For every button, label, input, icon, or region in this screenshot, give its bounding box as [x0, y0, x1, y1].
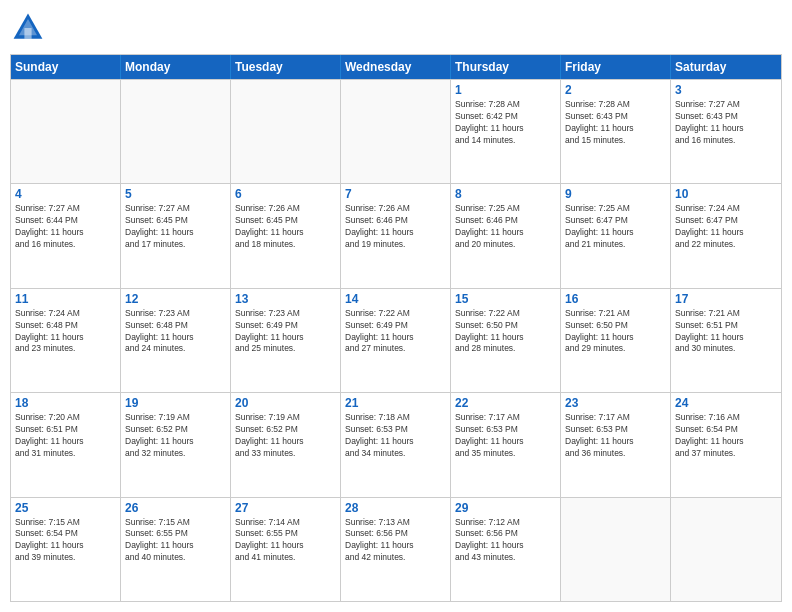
day-number: 2 — [565, 83, 666, 97]
day-info: Sunrise: 7:19 AM Sunset: 6:52 PM Dayligh… — [235, 412, 336, 460]
calendar-cell: 1Sunrise: 7:28 AM Sunset: 6:42 PM Daylig… — [451, 80, 561, 183]
calendar-cell: 29Sunrise: 7:12 AM Sunset: 6:56 PM Dayli… — [451, 498, 561, 601]
day-info: Sunrise: 7:26 AM Sunset: 6:46 PM Dayligh… — [345, 203, 446, 251]
day-number: 18 — [15, 396, 116, 410]
calendar-cell: 10Sunrise: 7:24 AM Sunset: 6:47 PM Dayli… — [671, 184, 781, 287]
day-of-week-header: Wednesday — [341, 55, 451, 79]
calendar-cell: 14Sunrise: 7:22 AM Sunset: 6:49 PM Dayli… — [341, 289, 451, 392]
day-number: 29 — [455, 501, 556, 515]
calendar-week-row: 4Sunrise: 7:27 AM Sunset: 6:44 PM Daylig… — [11, 183, 781, 287]
svg-rect-2 — [24, 28, 31, 39]
day-info: Sunrise: 7:13 AM Sunset: 6:56 PM Dayligh… — [345, 517, 446, 565]
calendar-cell: 8Sunrise: 7:25 AM Sunset: 6:46 PM Daylig… — [451, 184, 561, 287]
calendar-cell: 11Sunrise: 7:24 AM Sunset: 6:48 PM Dayli… — [11, 289, 121, 392]
day-number: 4 — [15, 187, 116, 201]
day-number: 28 — [345, 501, 446, 515]
calendar-cell: 5Sunrise: 7:27 AM Sunset: 6:45 PM Daylig… — [121, 184, 231, 287]
day-of-week-header: Thursday — [451, 55, 561, 79]
day-number: 1 — [455, 83, 556, 97]
calendar-cell: 26Sunrise: 7:15 AM Sunset: 6:55 PM Dayli… — [121, 498, 231, 601]
day-info: Sunrise: 7:21 AM Sunset: 6:51 PM Dayligh… — [675, 308, 777, 356]
day-number: 21 — [345, 396, 446, 410]
day-info: Sunrise: 7:20 AM Sunset: 6:51 PM Dayligh… — [15, 412, 116, 460]
day-info: Sunrise: 7:17 AM Sunset: 6:53 PM Dayligh… — [455, 412, 556, 460]
day-info: Sunrise: 7:25 AM Sunset: 6:47 PM Dayligh… — [565, 203, 666, 251]
day-info: Sunrise: 7:21 AM Sunset: 6:50 PM Dayligh… — [565, 308, 666, 356]
day-info: Sunrise: 7:15 AM Sunset: 6:54 PM Dayligh… — [15, 517, 116, 565]
day-number: 20 — [235, 396, 336, 410]
day-number: 12 — [125, 292, 226, 306]
day-info: Sunrise: 7:27 AM Sunset: 6:44 PM Dayligh… — [15, 203, 116, 251]
calendar-cell — [11, 80, 121, 183]
day-info: Sunrise: 7:16 AM Sunset: 6:54 PM Dayligh… — [675, 412, 777, 460]
day-number: 5 — [125, 187, 226, 201]
day-of-week-header: Saturday — [671, 55, 781, 79]
logo-icon — [10, 10, 46, 46]
calendar-week-row: 1Sunrise: 7:28 AM Sunset: 6:42 PM Daylig… — [11, 79, 781, 183]
calendar-cell: 16Sunrise: 7:21 AM Sunset: 6:50 PM Dayli… — [561, 289, 671, 392]
calendar-week-row: 25Sunrise: 7:15 AM Sunset: 6:54 PM Dayli… — [11, 497, 781, 601]
day-number: 27 — [235, 501, 336, 515]
day-number: 9 — [565, 187, 666, 201]
calendar-cell — [671, 498, 781, 601]
calendar-cell: 12Sunrise: 7:23 AM Sunset: 6:48 PM Dayli… — [121, 289, 231, 392]
calendar-cell: 25Sunrise: 7:15 AM Sunset: 6:54 PM Dayli… — [11, 498, 121, 601]
day-info: Sunrise: 7:15 AM Sunset: 6:55 PM Dayligh… — [125, 517, 226, 565]
day-number: 14 — [345, 292, 446, 306]
day-info: Sunrise: 7:28 AM Sunset: 6:42 PM Dayligh… — [455, 99, 556, 147]
calendar-cell: 3Sunrise: 7:27 AM Sunset: 6:43 PM Daylig… — [671, 80, 781, 183]
calendar-cell — [341, 80, 451, 183]
calendar-header: SundayMondayTuesdayWednesdayThursdayFrid… — [11, 55, 781, 79]
day-number: 17 — [675, 292, 777, 306]
page: SundayMondayTuesdayWednesdayThursdayFrid… — [0, 0, 792, 612]
day-number: 7 — [345, 187, 446, 201]
calendar-cell: 13Sunrise: 7:23 AM Sunset: 6:49 PM Dayli… — [231, 289, 341, 392]
calendar-cell: 6Sunrise: 7:26 AM Sunset: 6:45 PM Daylig… — [231, 184, 341, 287]
calendar-week-row: 11Sunrise: 7:24 AM Sunset: 6:48 PM Dayli… — [11, 288, 781, 392]
day-number: 11 — [15, 292, 116, 306]
day-info: Sunrise: 7:27 AM Sunset: 6:43 PM Dayligh… — [675, 99, 777, 147]
day-number: 13 — [235, 292, 336, 306]
day-info: Sunrise: 7:25 AM Sunset: 6:46 PM Dayligh… — [455, 203, 556, 251]
calendar-body: 1Sunrise: 7:28 AM Sunset: 6:42 PM Daylig… — [11, 79, 781, 601]
day-of-week-header: Tuesday — [231, 55, 341, 79]
day-number: 19 — [125, 396, 226, 410]
day-number: 10 — [675, 187, 777, 201]
calendar-cell: 20Sunrise: 7:19 AM Sunset: 6:52 PM Dayli… — [231, 393, 341, 496]
day-info: Sunrise: 7:24 AM Sunset: 6:47 PM Dayligh… — [675, 203, 777, 251]
day-of-week-header: Friday — [561, 55, 671, 79]
day-number: 26 — [125, 501, 226, 515]
logo — [10, 10, 52, 46]
calendar-week-row: 18Sunrise: 7:20 AM Sunset: 6:51 PM Dayli… — [11, 392, 781, 496]
day-info: Sunrise: 7:28 AM Sunset: 6:43 PM Dayligh… — [565, 99, 666, 147]
day-number: 15 — [455, 292, 556, 306]
day-info: Sunrise: 7:17 AM Sunset: 6:53 PM Dayligh… — [565, 412, 666, 460]
day-number: 3 — [675, 83, 777, 97]
calendar-cell: 9Sunrise: 7:25 AM Sunset: 6:47 PM Daylig… — [561, 184, 671, 287]
calendar-cell: 21Sunrise: 7:18 AM Sunset: 6:53 PM Dayli… — [341, 393, 451, 496]
day-info: Sunrise: 7:19 AM Sunset: 6:52 PM Dayligh… — [125, 412, 226, 460]
day-number: 25 — [15, 501, 116, 515]
calendar-cell: 23Sunrise: 7:17 AM Sunset: 6:53 PM Dayli… — [561, 393, 671, 496]
day-number: 24 — [675, 396, 777, 410]
day-info: Sunrise: 7:23 AM Sunset: 6:49 PM Dayligh… — [235, 308, 336, 356]
day-number: 22 — [455, 396, 556, 410]
day-number: 6 — [235, 187, 336, 201]
day-info: Sunrise: 7:22 AM Sunset: 6:50 PM Dayligh… — [455, 308, 556, 356]
calendar-cell: 22Sunrise: 7:17 AM Sunset: 6:53 PM Dayli… — [451, 393, 561, 496]
day-info: Sunrise: 7:23 AM Sunset: 6:48 PM Dayligh… — [125, 308, 226, 356]
calendar-cell: 19Sunrise: 7:19 AM Sunset: 6:52 PM Dayli… — [121, 393, 231, 496]
header — [10, 10, 782, 46]
calendar-cell: 2Sunrise: 7:28 AM Sunset: 6:43 PM Daylig… — [561, 80, 671, 183]
calendar-cell: 27Sunrise: 7:14 AM Sunset: 6:55 PM Dayli… — [231, 498, 341, 601]
calendar-cell: 15Sunrise: 7:22 AM Sunset: 6:50 PM Dayli… — [451, 289, 561, 392]
day-of-week-header: Sunday — [11, 55, 121, 79]
calendar: SundayMondayTuesdayWednesdayThursdayFrid… — [10, 54, 782, 602]
day-number: 23 — [565, 396, 666, 410]
calendar-cell: 7Sunrise: 7:26 AM Sunset: 6:46 PM Daylig… — [341, 184, 451, 287]
day-number: 16 — [565, 292, 666, 306]
day-info: Sunrise: 7:27 AM Sunset: 6:45 PM Dayligh… — [125, 203, 226, 251]
calendar-cell: 17Sunrise: 7:21 AM Sunset: 6:51 PM Dayli… — [671, 289, 781, 392]
day-number: 8 — [455, 187, 556, 201]
day-of-week-header: Monday — [121, 55, 231, 79]
